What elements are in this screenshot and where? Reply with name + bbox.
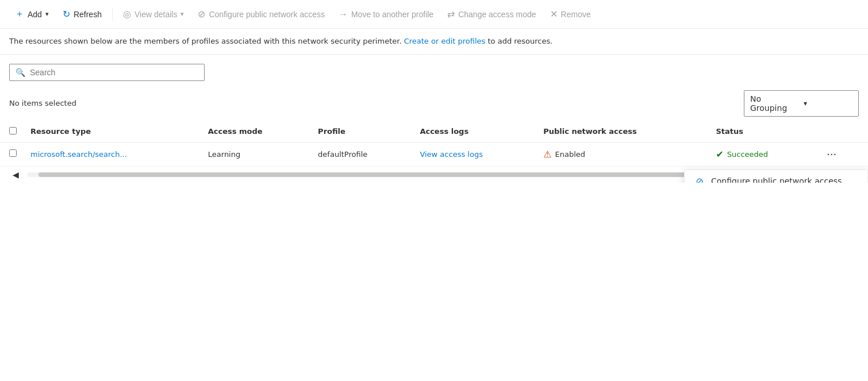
toolbar: ＋ Add ▾ ↻ Refresh ◎ View details ▾ ⊘ Con…: [0, 0, 868, 29]
scroll-left-button[interactable]: ◀: [9, 169, 22, 180]
list-controls: No items selected No Grouping ▾: [0, 86, 868, 121]
view-details-icon: ◎: [123, 9, 131, 20]
table-row: microsoft.search/search... Learning defa…: [0, 142, 868, 166]
public-network-value: Enabled: [555, 150, 586, 159]
add-button[interactable]: ＋ Add ▾: [9, 5, 55, 24]
info-text: The resources shown below are the member…: [9, 37, 402, 45]
col-status: Status: [709, 121, 815, 143]
context-configure-label: Configure public network access: [711, 176, 842, 183]
toolbar-divider-1: [112, 7, 113, 21]
row-ellipsis-button[interactable]: ···: [822, 148, 841, 160]
configure-network-icon: ⊘: [694, 176, 705, 183]
add-label: Add: [28, 10, 42, 19]
configure-icon: ⊘: [198, 9, 205, 20]
status-success-icon: ✔: [716, 149, 723, 160]
row-checkbox[interactable]: [9, 149, 17, 157]
grouping-dropdown[interactable]: No Grouping ▾: [744, 90, 859, 117]
row-checkbox-cell: [0, 142, 24, 166]
search-input[interactable]: [30, 68, 198, 77]
cell-access-mode: Learning: [201, 142, 311, 166]
col-resource-type: Resource type: [24, 121, 201, 143]
edit-profiles-link[interactable]: Create or edit profiles: [404, 37, 486, 45]
cell-public-network: ⚠ Enabled: [536, 142, 709, 166]
col-actions: [815, 121, 868, 143]
move-icon: →: [339, 9, 348, 20]
col-profile: Profile: [311, 121, 413, 143]
status-value: Succeeded: [727, 150, 768, 159]
plus-icon: ＋: [15, 8, 24, 20]
select-all-checkbox[interactable]: [9, 127, 17, 134]
table-header: Resource type Access mode Profile Access…: [0, 121, 868, 143]
table-body: microsoft.search/search... Learning defa…: [0, 142, 868, 166]
search-area: 🔍: [0, 55, 868, 86]
configure-button[interactable]: ⊘ Configure public network access: [192, 5, 331, 23]
cell-resource-type: microsoft.search/search...: [24, 142, 201, 166]
resources-table: Resource type Access mode Profile Access…: [0, 121, 868, 167]
col-checkbox: [0, 121, 24, 143]
remove-label: Remove: [561, 10, 591, 19]
configure-label: Configure public network access: [209, 10, 325, 19]
search-box: 🔍: [9, 64, 205, 81]
add-chevron-icon[interactable]: ▾: [45, 10, 49, 18]
grouping-label: No Grouping: [750, 94, 799, 113]
view-details-chevron-icon: ▾: [180, 10, 184, 18]
cell-access-logs: View access logs: [413, 142, 536, 166]
remove-button[interactable]: ✕ Remove: [544, 5, 597, 23]
scrollbar-thumb[interactable]: [39, 172, 700, 177]
refresh-label: Refresh: [74, 10, 102, 19]
remove-icon: ✕: [550, 9, 558, 20]
move-label: Move to another profile: [351, 10, 433, 19]
info-bar: The resources shown below are the member…: [0, 29, 868, 55]
col-access-logs: Access logs: [413, 121, 536, 143]
resource-type-link[interactable]: microsoft.search/search...: [30, 150, 127, 159]
view-details-button[interactable]: ◎ View details ▾: [117, 5, 190, 23]
refresh-icon: ↻: [63, 9, 70, 20]
change-access-button[interactable]: ⇄ Change access mode: [441, 5, 541, 23]
info-text-2: to add resources.: [488, 37, 553, 45]
main-content: 🔍 No items selected No Grouping ▾ Resour…: [0, 55, 868, 183]
context-menu-item-configure[interactable]: ⊘ Configure public network access: [685, 170, 867, 183]
cell-status: ✔ Succeeded: [709, 142, 815, 166]
change-label: Change access mode: [458, 10, 536, 19]
search-icon: 🔍: [16, 68, 25, 77]
change-access-icon: ⇄: [447, 9, 455, 20]
move-button[interactable]: → Move to another profile: [333, 6, 439, 23]
refresh-button[interactable]: ↻ Refresh: [57, 5, 107, 23]
col-access-mode: Access mode: [201, 121, 311, 143]
context-menu: ⊘ Configure public network access → Move…: [684, 170, 868, 183]
col-public-network: Public network access: [536, 121, 709, 143]
warning-icon: ⚠: [543, 149, 551, 160]
view-details-label: View details: [135, 10, 177, 19]
chevron-down-icon: ▾: [804, 99, 852, 107]
cell-profile: defaultProfile: [311, 142, 413, 166]
view-access-logs-link[interactable]: View access logs: [420, 150, 483, 159]
cell-row-actions: ···: [815, 142, 868, 166]
no-items-text: No items selected: [9, 99, 76, 107]
